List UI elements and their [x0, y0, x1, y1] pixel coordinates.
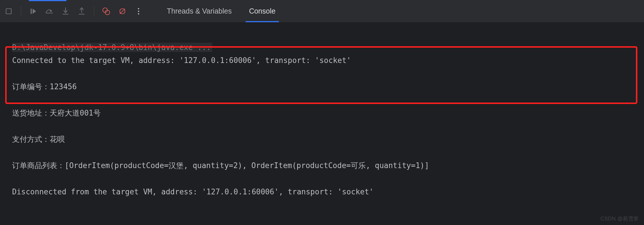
top-accent-bar: [29, 0, 66, 1]
debug-tabs: Threads & Variables Console: [158, 0, 284, 22]
svg-rect-0: [6, 9, 11, 14]
tab-console[interactable]: Console: [240, 0, 284, 22]
svg-point-11: [138, 8, 139, 9]
watermark: CSDN @易雪寒: [600, 215, 639, 222]
step-into-button[interactable]: [59, 4, 72, 18]
step-over-button[interactable]: [42, 4, 56, 18]
tab-threads-variables[interactable]: Threads & Variables: [158, 0, 240, 22]
stop-button[interactable]: [2, 4, 16, 18]
mute-breakpoints-button[interactable]: [115, 4, 129, 18]
svg-point-12: [138, 10, 139, 12]
svg-rect-6: [79, 14, 85, 14]
mute-breakpoints-icon: [118, 7, 126, 15]
command-line: D:\JavaDevelop\jdk-17.0.9+8\bin\java.exe…: [12, 43, 212, 52]
svg-point-13: [138, 13, 139, 14]
more-vertical-icon: [138, 8, 139, 15]
console-line: 支付方式：花呗: [12, 133, 637, 146]
step-over-icon: [45, 8, 53, 14]
console-line: [12, 212, 637, 225]
debug-toolbar: Threads & Variables Console: [0, 0, 644, 23]
breakpoints-icon: [102, 7, 110, 15]
stop-icon: [5, 8, 12, 14]
console-output[interactable]: D:\JavaDevelop\jdk-17.0.9+8\bin\java.exe…: [0, 23, 644, 225]
console-line: 订单商品列表：[OrderItem(productCode=汉堡, quanti…: [12, 159, 637, 172]
resume-button[interactable]: [26, 4, 40, 18]
view-breakpoints-button[interactable]: [99, 4, 113, 18]
svg-rect-4: [63, 14, 68, 14]
step-out-button[interactable]: [75, 4, 89, 18]
console-line: Disconnected from the target VM, address…: [12, 185, 637, 199]
resume-icon: [30, 8, 37, 15]
tab-label: Threads & Variables: [167, 7, 232, 15]
svg-rect-2: [46, 13, 53, 13]
step-into-icon: [62, 8, 69, 15]
tab-label: Console: [249, 7, 276, 15]
more-actions-button[interactable]: [132, 4, 145, 18]
step-out-icon: [79, 8, 85, 15]
toolbar-left-group: [0, 4, 147, 18]
console-line: 订单编号：123456: [12, 80, 637, 94]
console-line: 送货地址：天府大道001号: [12, 107, 637, 120]
toolbar-separator: [94, 6, 94, 16]
console-line: Connected to the target VM, address: '12…: [12, 54, 637, 67]
svg-rect-1: [31, 9, 32, 14]
toolbar-separator: [21, 6, 21, 16]
